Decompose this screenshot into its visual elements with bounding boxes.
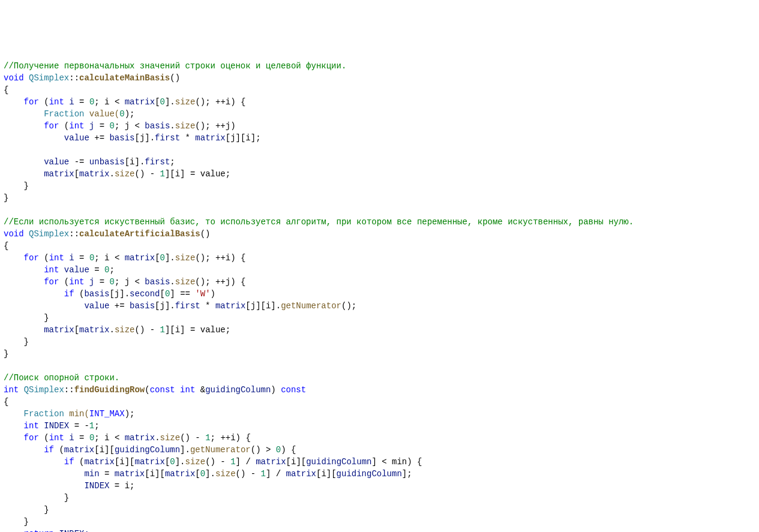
punct: ( [54,445,64,455]
punct: () - [134,169,160,179]
var: INDEX [39,421,74,431]
punct: . [170,277,175,287]
var: value [44,157,74,167]
member: first [175,301,200,311]
class-name: QSimplex [29,229,69,239]
var: matrix [125,97,155,107]
var: i [64,433,79,443]
keyword-for: for [24,97,39,107]
punct: . [155,433,160,443]
op: -= [74,157,89,167]
code-editor[interactable]: //Получение первоначальных значений стро… [0,48,759,532]
var: unbasis [89,157,125,167]
method-call: size [175,97,196,107]
op: = [79,433,89,443]
keyword-int: int [49,253,64,263]
method-call: size [175,253,196,263]
op: < [135,277,145,287]
var: matrix [256,457,286,467]
punct: (); [195,97,215,107]
func-call: min( [64,409,89,419]
comment-line: //Если используется искуственный базис, … [4,217,634,227]
brace: } [4,349,8,359]
punct: [i][ [316,469,337,479]
var: matrix [195,133,225,143]
function-name: calculateArtificialBasis [79,229,200,239]
brace: { [4,241,8,251]
punct: [i]. [125,157,145,167]
var: guidingColumn [115,445,180,455]
number: 0 [200,469,205,479]
punct: [ [160,289,165,299]
punct: [j]. [134,133,155,143]
punct: (); [341,301,356,311]
op: = [79,97,89,107]
punct: [ [155,253,160,263]
punct: ; i [94,253,115,263]
punct: [i][ [286,457,307,467]
punct: [i][ [145,469,165,479]
number: 1 [160,325,165,335]
number: 1 [230,457,235,467]
op: * [200,301,215,311]
op: = value; [190,325,230,335]
op: == [180,289,195,299]
keyword-const: const [150,385,175,395]
op: = [74,421,85,431]
punct: ( [39,253,49,263]
keyword-int: int [69,277,84,287]
function-name: calculateMainBasis [79,73,170,83]
class-name: QSimplex [29,73,69,83]
punct: (); [195,121,215,131]
punct: ) { [281,445,296,455]
op: = [100,121,110,131]
punct: ( [39,433,49,443]
number: 1 [205,433,210,443]
op: = [94,265,104,275]
punct: ]. [165,97,175,107]
punct: . [170,121,175,131]
op: < [115,433,125,443]
op: * [180,133,195,143]
constant: INT_MAX [89,409,125,419]
punct: ] [170,289,180,299]
op: < [115,253,125,263]
punct: ][i] [165,325,190,335]
punct: [j]. [109,289,130,299]
brace: { [4,85,8,95]
var: min [84,469,104,479]
punct: [ [155,97,160,107]
param: guidingColumn [205,385,271,395]
keyword-for: for [24,253,39,263]
scope-operator: :: [69,73,79,83]
var: matrix [84,457,114,467]
keyword-return: return [24,529,54,532]
number: 0 [276,445,281,455]
punct: ]. [165,253,175,263]
punct: ( [74,457,85,467]
punct: ] [236,457,246,467]
punct: [i][ [94,445,115,455]
var: value [84,301,114,311]
punct: () - [236,469,261,479]
punct: ]. [180,445,190,455]
punct: ( [59,121,69,131]
punct: [j][i]; [226,133,261,143]
method-call: getNumerator [281,301,341,311]
punct: ) [271,385,281,395]
number: 0 [170,457,175,467]
method-call: size [185,457,206,467]
keyword-for: for [24,433,39,443]
number: 0 [119,109,124,119]
var: matrix [115,469,145,479]
op: / [276,469,286,479]
punct: (); [195,253,215,263]
method-call: size [115,169,135,179]
punct: () [251,445,266,455]
var: j [84,121,99,131]
punct: [ [74,325,79,335]
parens: () [200,229,211,239]
var: INDEX [84,481,114,491]
punct: ] [371,457,382,467]
var: basis [84,289,109,299]
